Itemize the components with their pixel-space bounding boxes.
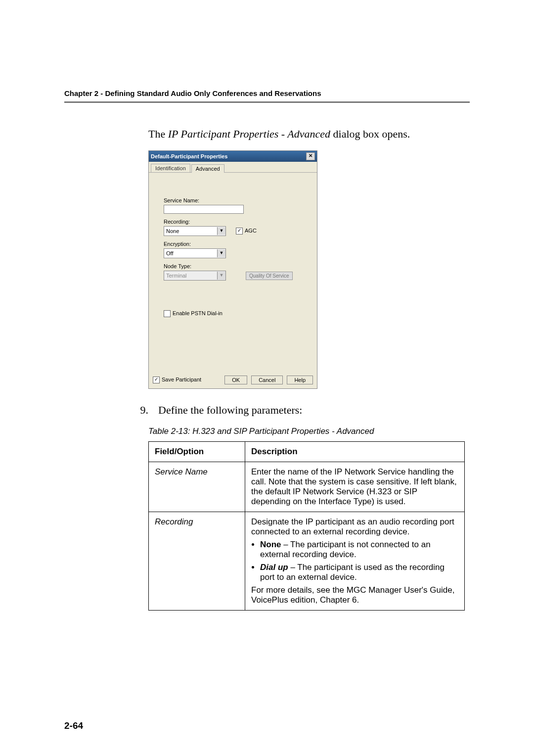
desc-service-name: Enter the name of the IP Network Service… (245, 462, 465, 512)
agc-label: AGC (245, 228, 257, 234)
intro-italic: IP Participant Properties - Advanced (168, 128, 330, 140)
recording-tail: For more details, see the MGC Manager Us… (251, 585, 458, 605)
save-participant-row[interactable]: ✓Save Participant (153, 377, 221, 383)
bullet-none: None – The participant is not connected … (260, 540, 458, 560)
close-icon[interactable]: ✕ (306, 152, 315, 160)
table-caption: Table 2-13: H.323 and SIP Participant Pr… (148, 426, 470, 436)
dialog-default-participant-properties: Default-Participant Properties ✕ Identif… (148, 150, 317, 389)
help-button[interactable]: Help (287, 376, 313, 384)
node-type-value: Terminal (166, 273, 187, 279)
agc-checkbox-row[interactable]: ✓AGC (236, 228, 257, 235)
chevron-down-icon: ▼ (217, 249, 225, 257)
header-rule (64, 101, 470, 103)
dialog-titlebar: Default-Participant Properties ✕ (149, 151, 317, 162)
label-service-name: Service Name: (164, 197, 302, 203)
chevron-down-icon: ▼ (217, 272, 225, 280)
tab-identification[interactable]: Identification (151, 164, 190, 172)
dialog-footer: ✓Save Participant OK Cancel Help (149, 372, 317, 388)
label-node-type: Node Type: (164, 263, 302, 269)
dialog-body: Service Name: Recording: None ▼ ✓AGC Enc… (149, 173, 317, 327)
agc-checkbox[interactable]: ✓ (236, 228, 243, 235)
table-row: Service Name Enter the name of the IP Ne… (149, 462, 465, 512)
field-recording: Recording (149, 512, 245, 611)
save-participant-label: Save Participant (162, 377, 201, 382)
intro-prefix: The (148, 128, 168, 140)
bullet-none-b: None (260, 540, 281, 549)
desc-recording: Designate the IP participant as an audio… (245, 512, 465, 611)
save-participant-checkbox[interactable]: ✓ (153, 377, 160, 383)
bullet-dialup-t: – The participant is used as the recordi… (260, 563, 445, 582)
properties-table: Field/Option Description Service Name En… (148, 441, 465, 611)
node-type-select: Terminal ▼ (164, 271, 226, 281)
label-recording: Recording: (164, 219, 302, 225)
intro-text: The IP Participant Properties - Advanced… (148, 128, 470, 141)
bullet-dialup-b: Dial up (260, 563, 288, 572)
bullet-none-t: – The participant is not connected to an… (260, 540, 431, 559)
pstn-label: Enable PSTN Dial-in (173, 310, 222, 316)
label-encryption: Encryption: (164, 241, 302, 247)
step-number: 9. (134, 404, 148, 417)
pstn-checkbox[interactable] (164, 310, 171, 317)
table-header-row: Field/Option Description (149, 442, 465, 462)
pstn-row[interactable]: Enable PSTN Dial-in (164, 310, 302, 317)
th-description: Description (245, 442, 465, 462)
intro-suffix: dialog box opens. (330, 128, 410, 140)
dialog-title: Default-Participant Properties (151, 153, 227, 159)
recording-select[interactable]: None ▼ (164, 226, 226, 236)
field-service-name: Service Name (149, 462, 245, 512)
bullet-dialup: Dial up – The participant is used as the… (260, 563, 458, 582)
quality-of-service-button: Quality Of Service (246, 272, 293, 280)
cancel-button[interactable]: Cancel (251, 376, 283, 384)
chevron-down-icon: ▼ (217, 227, 225, 235)
tab-advanced[interactable]: Advanced (191, 164, 224, 173)
step-9: 9. Define the following parameters: (134, 404, 470, 417)
table-row: Recording Designate the IP participant a… (149, 512, 465, 611)
th-field-option: Field/Option (149, 442, 245, 462)
step-text: Define the following parameters: (158, 404, 302, 417)
chapter-header: Chapter 2 - Defining Standard Audio Only… (64, 89, 470, 97)
recording-value: None (166, 228, 179, 234)
encryption-value: Off (166, 250, 173, 256)
page-number: 2-64 (64, 720, 83, 731)
recording-lead: Designate the IP participant as an audio… (251, 517, 458, 537)
service-name-input[interactable] (164, 205, 244, 214)
ok-button[interactable]: OK (224, 376, 247, 384)
dialog-tabstrip: Identification Advanced (149, 162, 317, 173)
encryption-select[interactable]: Off ▼ (164, 248, 226, 258)
